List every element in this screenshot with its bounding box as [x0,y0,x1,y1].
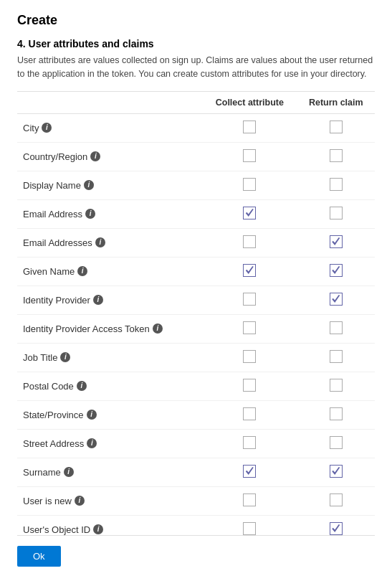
table-row: Postal Codei [17,372,375,400]
attribute-label: State/Province [23,410,84,420]
description: User attributes are values collected on … [17,54,375,81]
info-icon[interactable]: i [153,323,163,334]
page-title: Create [17,13,375,28]
table-row: Identity Provider Access Tokeni [17,314,375,343]
table-row: Display Namei [17,171,375,199]
attribute-label-cell: Job Titlei [17,343,202,372]
attribute-label: Surname [23,467,61,478]
collect-checkbox-cell [202,142,297,171]
info-icon[interactable]: i [42,123,52,133]
collect-checkbox[interactable] [243,379,256,392]
return-checkbox[interactable] [330,436,343,449]
return-checkbox[interactable] [330,235,343,248]
ok-button[interactable]: Ok [17,546,61,567]
collect-checkbox[interactable] [243,293,256,306]
create-page: Create 4. User attributes and claims Use… [0,0,392,581]
collect-checkbox-cell [202,113,297,142]
attribute-label-cell: Display Namei [17,171,202,199]
collect-checkbox-cell [202,343,297,372]
info-icon[interactable]: i [60,352,70,362]
attribute-label: Display Name [23,180,81,191]
collect-checkbox[interactable] [243,121,256,133]
return-checkbox[interactable] [330,407,343,420]
attribute-label: User is new [23,496,72,506]
collect-checkbox[interactable] [243,149,256,162]
return-checkbox[interactable] [330,321,343,334]
collect-checkbox-cell [202,171,297,199]
return-checkbox-cell [297,171,375,199]
collect-checkbox[interactable] [243,493,256,506]
attribute-label-cell: Cityi [17,113,202,142]
collect-checkbox[interactable] [243,264,256,277]
collect-checkbox[interactable] [243,178,256,191]
collect-checkbox[interactable] [243,321,256,334]
collect-checkbox-cell [202,257,297,285]
return-checkbox[interactable] [330,207,343,219]
collect-checkbox[interactable] [243,235,256,248]
info-icon[interactable]: i [77,266,87,276]
return-checkbox[interactable] [330,465,343,478]
table-row: Country/Regioni [17,142,375,171]
table-row: Surnamei [17,458,375,486]
col-header-collect: Collect attribute [202,92,297,114]
info-icon[interactable]: i [93,295,103,305]
return-checkbox-cell [297,142,375,171]
info-icon[interactable]: i [77,381,87,391]
collect-checkbox-cell [202,429,297,458]
info-icon[interactable]: i [90,151,100,161]
collect-checkbox-cell [202,199,297,228]
attribute-label-cell: Postal Codei [17,372,202,400]
return-checkbox[interactable] [330,178,343,191]
return-checkbox[interactable] [330,264,343,277]
attribute-label-cell: Street Addressi [17,429,202,458]
table-row: User is newi [17,486,375,515]
attribute-label: User's Object ID [23,524,90,535]
attribute-label: City [23,123,39,133]
return-checkbox-cell [297,400,375,429]
attribute-label-cell: Email Addressesi [17,228,202,257]
collect-checkbox[interactable] [243,207,256,219]
table-row: Street Addressi [17,429,375,458]
info-icon[interactable]: i [85,209,95,219]
attribute-label-cell: Country/Regioni [17,142,202,171]
attribute-label: Country/Region [23,151,87,162]
return-checkbox[interactable] [330,379,343,392]
return-checkbox-cell [297,314,375,343]
table-row: Email Addressi [17,199,375,228]
info-icon[interactable]: i [87,438,97,448]
return-checkbox[interactable] [330,522,343,535]
collect-checkbox[interactable] [243,465,256,478]
table-row: Identity Provideri [17,285,375,314]
collect-checkbox[interactable] [243,350,256,363]
return-checkbox[interactable] [330,493,343,506]
table-row: Email Addressesi [17,228,375,257]
collect-checkbox[interactable] [243,522,256,535]
collect-checkbox-cell [202,372,297,400]
attribute-label-cell: User's Object IDi [17,515,202,536]
attributes-table-container: Collect attribute Return claim CityiCoun… [17,91,375,537]
collect-checkbox-cell [202,228,297,257]
attribute-label-cell: Identity Provider Access Tokeni [17,314,202,343]
return-checkbox[interactable] [330,149,343,162]
return-checkbox[interactable] [330,293,343,306]
attribute-label-cell: Email Addressi [17,199,202,228]
return-checkbox[interactable] [330,121,343,133]
collect-checkbox-cell [202,400,297,429]
attribute-label-cell: Surnamei [17,458,202,486]
collect-checkbox[interactable] [243,436,256,449]
collect-checkbox[interactable] [243,407,256,420]
info-icon[interactable]: i [95,237,105,247]
info-icon[interactable]: i [93,524,103,534]
return-checkbox-cell [297,515,375,536]
collect-checkbox-cell [202,458,297,486]
attribute-label: Given Name [23,266,75,277]
attribute-label-cell: Given Namei [17,257,202,285]
info-icon[interactable]: i [87,410,97,420]
info-icon[interactable]: i [84,180,94,190]
info-icon[interactable]: i [64,467,74,477]
attribute-label: Email Addresses [23,237,92,248]
collect-checkbox-cell [202,314,297,343]
info-icon[interactable]: i [75,496,85,506]
attribute-label: Identity Provider [23,295,90,306]
return-checkbox[interactable] [330,350,343,363]
